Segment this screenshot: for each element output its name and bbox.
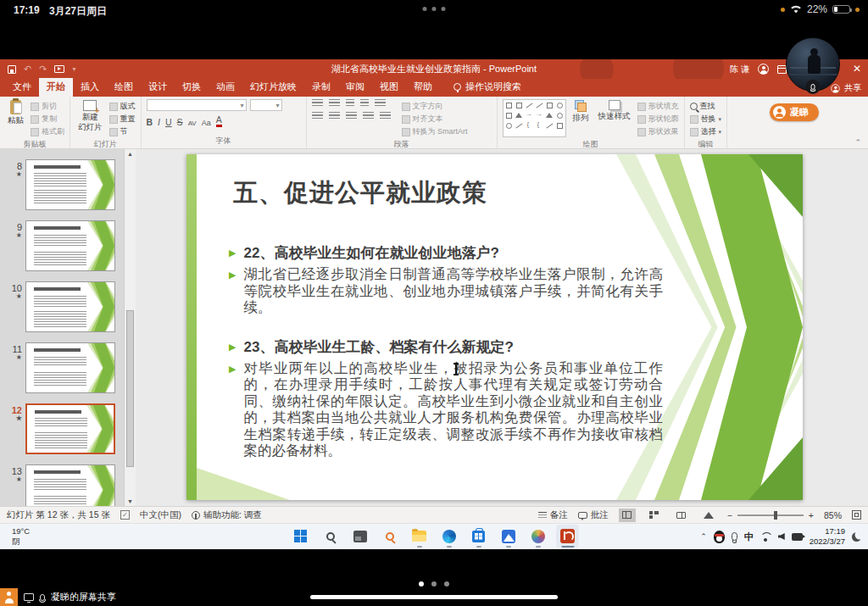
zoom-slider[interactable] [737, 514, 804, 516]
mic-active-badge[interactable] [806, 80, 821, 94]
microphone-tray-icon[interactable] [732, 532, 737, 541]
zoom-slider-handle[interactable] [774, 511, 777, 520]
search-button[interactable] [319, 525, 342, 548]
slide-10-thumbnail[interactable] [25, 281, 115, 332]
tab-help[interactable]: 帮助 [406, 78, 440, 97]
text-direction-button[interactable]: 文字方向 [402, 101, 468, 112]
thumbnail-scrollbar[interactable]: ▲ ▼ [124, 149, 136, 506]
align-text-button[interactable]: 对齐文本 [402, 114, 468, 125]
bold-button[interactable]: B [147, 117, 153, 127]
qq-tray-icon[interactable] [714, 531, 725, 543]
slide-12-thumbnail-selected[interactable] [25, 403, 115, 454]
slide-counter[interactable]: 幻灯片 第 12 张，共 15 张 [7, 509, 110, 521]
line-spacing-button[interactable] [375, 99, 386, 108]
tab-transitions[interactable]: 切换 [175, 78, 209, 97]
replace-button[interactable]: 替换 ▾ [690, 114, 722, 125]
slide-9-thumbnail[interactable] [25, 220, 115, 271]
tab-view[interactable]: 视图 [372, 78, 406, 97]
ime-indicator[interactable]: 中 [744, 531, 754, 543]
spell-check-icon[interactable]: ✓ [120, 510, 130, 520]
show-hidden-icons-button[interactable]: ⌃ [700, 532, 707, 541]
zoom-percentage[interactable]: 85% [824, 510, 842, 520]
character-spacing-button[interactable]: AV [188, 120, 197, 127]
font-name-combobox[interactable]: ▾ [147, 99, 247, 111]
new-slide-button[interactable]: 新建 幻灯片 [75, 99, 105, 137]
slide-11-thumbnail[interactable] [25, 342, 115, 393]
tab-slideshow[interactable]: 幻灯片放映 [242, 78, 304, 97]
tab-home[interactable]: 开始 [39, 78, 73, 97]
select-button[interactable]: 选择 ▾ [690, 126, 722, 137]
edge-browser-button[interactable] [437, 525, 460, 548]
change-case-button[interactable]: Aa [202, 119, 211, 127]
signed-in-user[interactable]: 陈 谦 [730, 64, 749, 75]
arrange-button[interactable]: 排列 [570, 99, 592, 137]
powerpoint-taskbar-button[interactable] [556, 525, 579, 548]
slide-body-text[interactable]: ▶ 22、高校毕业生如何在就业创业地落户? ▶ 湖北省已经逐步取消全日制普通高等… [229, 244, 663, 459]
scroll-up-icon[interactable]: ▲ [125, 151, 136, 157]
cut-button[interactable]: 剪切 [31, 101, 64, 112]
align-right-button[interactable] [346, 112, 357, 120]
meeting-app-button[interactable] [526, 525, 549, 548]
layout-button[interactable]: 版式 [109, 101, 136, 112]
tab-file[interactable]: 文件 [5, 78, 39, 97]
close-window-button[interactable]: ✕ [853, 63, 861, 75]
camera-tray-icon[interactable] [792, 533, 803, 541]
sharer-avatar-tile[interactable] [0, 588, 18, 606]
shape-effects-button[interactable]: 形状效果 [637, 126, 679, 137]
webcam-preview-overlay[interactable] [786, 37, 840, 92]
taskbar-clock[interactable]: 17:19 2022/3/27 [810, 526, 845, 547]
weather-widget[interactable]: 19°C 阴 [12, 526, 30, 548]
start-button[interactable] [289, 525, 312, 548]
redo-icon[interactable]: ↷ [39, 64, 47, 74]
italic-button[interactable]: I [158, 117, 160, 127]
strikethrough-button[interactable]: S [177, 117, 183, 127]
align-left-button[interactable] [312, 112, 323, 120]
accessibility-status[interactable]: 辅助功能: 调查 [192, 509, 262, 521]
scrollbar-thumb[interactable] [126, 310, 134, 467]
zoom-out-button[interactable]: − [727, 510, 732, 520]
quick-styles-button[interactable]: 快速样式 [596, 99, 633, 137]
undo-icon[interactable]: ↶ [24, 64, 31, 74]
reading-view-button[interactable] [673, 509, 690, 522]
tab-insert[interactable]: 插入 [73, 78, 107, 97]
notes-button[interactable]: 备注 [538, 509, 568, 521]
find-button[interactable]: 查找 [690, 101, 722, 112]
increase-indent-button[interactable] [360, 99, 369, 108]
tab-animations[interactable]: 动画 [209, 78, 242, 97]
account-avatar-icon[interactable] [758, 64, 769, 75]
tell-me-search[interactable]: 操作说明搜索 [453, 81, 521, 97]
start-slideshow-icon[interactable] [54, 65, 64, 73]
shapes-gallery[interactable] [503, 99, 566, 137]
font-size-combobox[interactable]: ▾ [250, 99, 282, 111]
fit-slide-to-window-button[interactable] [852, 510, 861, 520]
decrease-indent-button[interactable] [346, 99, 354, 108]
share-button[interactable]: 共享 [830, 82, 861, 94]
blue-m-app-button[interactable] [497, 525, 520, 548]
font-color-button[interactable]: A [216, 114, 222, 127]
current-slide[interactable]: 五、促进公平就业政策 ▶ 22、高校毕业生如何在就业创业地落户? ▶ 湖北省已经… [186, 154, 803, 500]
bullets-button[interactable] [312, 99, 323, 108]
tab-review[interactable]: 审阅 [338, 78, 372, 97]
tab-record[interactable]: 录制 [304, 78, 338, 97]
scroll-down-icon[interactable]: ▼ [125, 498, 136, 504]
slide-editing-area[interactable]: 五、促进公平就业政策 ▶ 22、高校毕业生如何在就业创业地落户? ▶ 湖北省已经… [136, 149, 868, 506]
microsoft-store-button[interactable] [467, 525, 490, 548]
numbering-button[interactable] [329, 99, 340, 108]
tab-design[interactable]: 设计 [141, 78, 175, 97]
slide-13-thumbnail[interactable] [25, 464, 115, 506]
comments-button[interactable]: 批注 [578, 509, 609, 521]
convert-smartart-button[interactable]: 转换为 SmartArt [402, 126, 468, 137]
underline-button[interactable]: U [165, 117, 172, 127]
collapse-ribbon-icon[interactable]: ⌃ [854, 138, 861, 147]
slideshow-view-button[interactable] [700, 509, 717, 522]
slide-sorter-view-button[interactable] [646, 509, 663, 522]
everything-search-button[interactable] [378, 525, 401, 548]
qat-customize-caret-icon[interactable]: ▾ [72, 66, 75, 73]
shape-outline-button[interactable]: 形状轮廓 [637, 114, 679, 125]
wifi-tray-icon[interactable] [760, 532, 771, 541]
shape-fill-button[interactable]: 形状填充 [637, 101, 679, 112]
ningdi-overlay-button[interactable]: 凝睇 [770, 103, 819, 121]
file-explorer-button[interactable] [408, 525, 431, 548]
format-painter-button[interactable]: 格式刷 [31, 126, 64, 137]
volume-tray-icon[interactable] [778, 533, 785, 540]
